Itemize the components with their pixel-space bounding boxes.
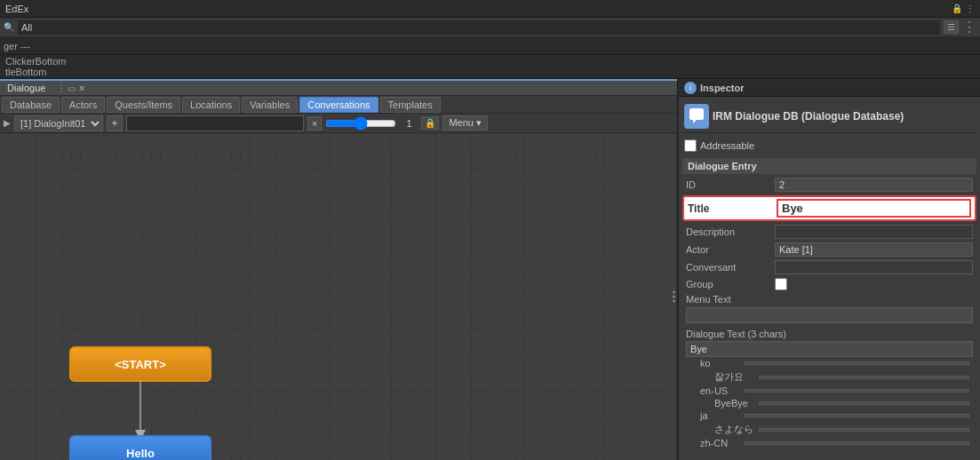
id-label: ID: [686, 179, 775, 190]
section-dialogue-entry: Dialogue Entry: [682, 158, 976, 174]
tab-variables[interactable]: Variables: [242, 97, 298, 113]
dialogue-select[interactable]: [1] DialogInit01: [14, 115, 103, 131]
search-menu-button[interactable]: ☰: [944, 20, 959, 34]
description-value[interactable]: [775, 225, 973, 239]
menu-button[interactable]: Menu ▾: [442, 115, 488, 131]
right-panel: i Inspector IRM Dialogue DB (Dialogue Da…: [678, 79, 980, 460]
tab-database[interactable]: Database: [2, 97, 60, 113]
dialogue-text-section: Dialogue Text (3 chars) Bye ko 잘가요 en-US…: [682, 325, 976, 451]
slider-value: 1: [400, 118, 418, 129]
node-hello[interactable]: Hello: [69, 435, 211, 460]
field-row-menu-text: Menu Text: [682, 292, 976, 306]
tab-templates[interactable]: Templates: [380, 97, 441, 113]
dialogue-text-label: Dialogue Text (3 chars): [686, 327, 973, 341]
graph-search-input[interactable]: [126, 115, 304, 131]
search-icon: 🔍: [4, 22, 14, 32]
main-layout: Dialogue ⋮ ▭ ✕ Database Actors Quests/It…: [0, 79, 980, 460]
actor-label: Actor: [686, 244, 775, 255]
app-title: EdEx: [5, 4, 28, 14]
group-checkbox[interactable]: [775, 278, 787, 290]
locale-ja: ja: [686, 409, 973, 422]
inspector-body: IRM Dialogue DB (Dialogue Database) Addr…: [679, 97, 980, 455]
addressable-row: Addressable: [682, 137, 976, 155]
addressable-label: Addressable: [700, 140, 789, 151]
obj-icon: [684, 104, 709, 129]
tab-bar: Database Actors Quests/Items Locations V…: [0, 96, 677, 114]
settings-icon[interactable]: ⋮: [966, 4, 975, 13]
locale-ko: ko: [686, 357, 973, 369]
locale-jalgayo: 잘가요: [686, 369, 973, 385]
clicker-bottom[interactable]: ClickerBottom: [5, 56, 975, 67]
conversant-label: Conversant: [686, 262, 775, 273]
search-bar: 🔍 ☰ ⋮: [0, 18, 980, 37]
conversant-value[interactable]: [775, 260, 973, 274]
top-bar: EdEx 🔒 ⋮: [0, 0, 980, 18]
speech-bubble-icon: [688, 107, 705, 125]
field-row-conversant: Conversant: [682, 258, 976, 276]
dialogue-text-value[interactable]: Bye: [686, 341, 973, 357]
field-row-actor: Actor Kate [1]: [682, 241, 976, 258]
title-value[interactable]: Bye: [777, 199, 971, 218]
left-panel: Dialogue ⋮ ▭ ✕ Database Actors Quests/It…: [0, 79, 678, 460]
field-row-title: Title Bye: [682, 195, 976, 221]
field-row-description: Description: [682, 223, 976, 241]
actor-value[interactable]: Kate [1]: [775, 242, 973, 257]
search-input[interactable]: [18, 20, 940, 35]
menu-text-input[interactable]: [686, 307, 973, 323]
title-label: Title: [688, 202, 777, 215]
menu-text-label: Menu Text: [686, 294, 775, 305]
object-header: IRM Dialogue DB (Dialogue Database): [682, 100, 976, 133]
node-start[interactable]: <START>: [69, 346, 211, 382]
panel-controls: ⋮ ▭ ✕: [57, 83, 86, 93]
item-ger: ger ---: [4, 41, 30, 52]
object-name: IRM Dialogue DB (Dialogue Database): [713, 110, 904, 123]
locale-byebye: ByeBye: [686, 397, 973, 409]
add-button[interactable]: +: [107, 115, 123, 131]
locale-sayonara: さよなら: [686, 422, 973, 437]
inspector-icon: i: [684, 82, 697, 94]
top-bar-icons: 🔒 ⋮: [952, 4, 975, 13]
group-label: Group: [686, 279, 775, 289]
locale-zh-cn: zh-CN: [686, 437, 973, 449]
tab-quests-items[interactable]: Quests/Items: [107, 97, 180, 113]
lock-icon[interactable]: 🔒: [952, 4, 962, 13]
inspector-header: i Inspector: [679, 79, 980, 97]
clear-button[interactable]: ×: [307, 116, 322, 131]
menu-text-input-row: [682, 306, 976, 325]
tle-bottom[interactable]: tleBottom: [5, 67, 975, 77]
field-row-group: Group: [682, 276, 976, 292]
arrows-svg: [0, 133, 677, 460]
dialogue-header: ▶ [1] DialogInit01 + × 1 🔒 Menu ▾: [0, 114, 677, 133]
panel-items-row: ClickerBottom tleBottom: [0, 55, 980, 79]
dialogue-tab[interactable]: Dialogue ⋮ ▭ ✕: [0, 79, 677, 96]
separator: ⋮: [962, 20, 976, 35]
panel-top-bar: ger ---: [0, 37, 980, 55]
tab-locations[interactable]: Locations: [182, 97, 240, 113]
tab-actors[interactable]: Actors: [61, 97, 105, 113]
tab-conversations[interactable]: Conversations: [299, 97, 378, 113]
canvas-area[interactable]: <START> Hello Bye [END]: [0, 133, 677, 460]
addressable-checkbox[interactable]: [684, 139, 697, 152]
panel-top-items: ger ---: [4, 41, 30, 52]
locale-en-us: en-US: [686, 385, 973, 397]
description-label: Description: [686, 226, 775, 237]
id-value[interactable]: 2: [775, 178, 973, 192]
field-row-id: ID 2: [682, 176, 976, 194]
breadcrumb-arrow: ▶: [4, 118, 11, 128]
lock-button[interactable]: 🔒: [421, 116, 439, 130]
zoom-slider[interactable]: [325, 116, 396, 131]
panel-resize-handle[interactable]: [673, 291, 675, 303]
inspector-title: Inspector: [700, 83, 745, 93]
